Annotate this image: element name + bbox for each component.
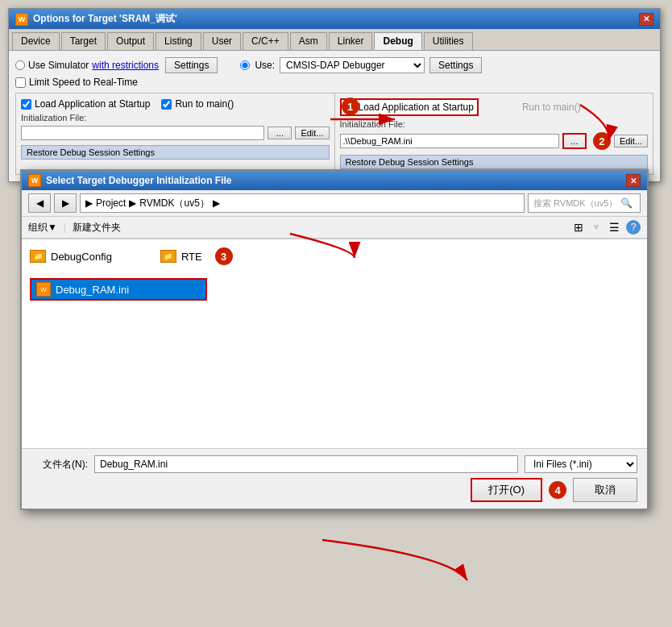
limit-speed-label: Limit Speed to Real-Time [29, 77, 138, 88]
init-file-input-left[interactable] [21, 126, 264, 140]
use-radio[interactable] [240, 60, 250, 70]
tab-cpp[interactable]: C/C++ [243, 32, 288, 50]
filename-input[interactable] [94, 455, 518, 473]
dialog-open-btn[interactable]: 打开(O) [471, 478, 542, 502]
forward-btn[interactable]: ▶ [54, 193, 77, 213]
dialog-title-left: W Select Target Debugger Initialization … [28, 174, 231, 187]
window-title: Options for Target 'SRAM_调试' [33, 12, 177, 26]
init-file-label-left: Initialization File: [21, 113, 330, 122]
tab-asm[interactable]: Asm [290, 32, 327, 50]
debugger-select[interactable]: CMSIS-DAP Debugger [280, 57, 425, 73]
path-sep2: ▶ [213, 197, 220, 209]
filetype-select[interactable]: Ini Files (*.ini) [525, 455, 637, 473]
path-sep: ▶ [129, 197, 136, 209]
new-folder-label[interactable]: 新建文件夹 [73, 221, 121, 235]
organize-label[interactable]: 组织▼ [28, 221, 57, 235]
right-panel: Load Application at Startup 1 Run to mai… [335, 93, 653, 174]
init-file-edit-left[interactable]: Edit... [295, 127, 329, 139]
restore-bar-left: Restore Debug Session Settings [21, 145, 330, 160]
simulator-radio-group: Use Simulator with restrictions [15, 60, 159, 71]
dialog-body: 📁 DebugConfig 📁 RTE 3 W Debug_RAM.ini [22, 239, 647, 448]
view-sep: ▼ [591, 222, 601, 233]
tab-linker[interactable]: Linker [329, 32, 373, 50]
filename-row: 文件名(N): Ini Files (*.ini) [31, 455, 637, 473]
init-file-input-right[interactable] [340, 134, 559, 148]
use-settings-btn[interactable]: Settings [429, 57, 482, 73]
folder-name-rte: RTE [181, 251, 202, 263]
dialog-app-icon: W [28, 174, 41, 187]
tab-utilities[interactable]: Utilities [424, 32, 473, 50]
view-options[interactable]: ⊞ [574, 221, 583, 234]
init-file-row-right: ... 2 Edit... [340, 132, 649, 150]
run-to-main-label-left: Run to main() [175, 98, 234, 110]
use-row: Use: CMSIS-DAP Debugger Settings [240, 57, 482, 73]
file-debug-ram-ini[interactable]: W Debug_RAM.ini [30, 278, 207, 301]
badge-2: 2 [593, 132, 611, 150]
load-app-checkbox-left[interactable] [21, 99, 31, 110]
separator: | [64, 222, 66, 233]
limit-speed-row: Limit Speed to Real-Time [15, 77, 653, 88]
simulator-row: Use Simulator with restrictions Settings… [15, 57, 653, 73]
folder-rte[interactable]: 📁 RTE [160, 250, 202, 263]
load-app-highlighted: Load Application at Startup [340, 98, 479, 116]
limit-speed-checkbox[interactable] [15, 77, 26, 88]
close-button[interactable]: ✕ [639, 13, 653, 26]
load-app-row-left: Load Application at Startup Run to main(… [21, 98, 330, 110]
load-app-row-right: Load Application at Startup 1 Run to mai… [340, 98, 649, 116]
run-to-main-checkbox-left[interactable] [161, 99, 172, 110]
init-file-browse-right[interactable]: ... [562, 133, 587, 149]
dialog-title: Select Target Debugger Initialization Fi… [46, 175, 231, 186]
file-name: Debug_RAM.ini [56, 284, 129, 296]
path-bar[interactable]: ▶ Project ▶ RVMDK（uv5） ▶ [80, 193, 525, 213]
search-bar[interactable]: 搜索 RVMDK（uv5） 🔍 [528, 193, 641, 213]
use-label: Use: [255, 60, 275, 71]
simulator-link[interactable]: with restrictions [92, 60, 159, 71]
badge-1: 1 [342, 98, 359, 115]
init-file-browse-left[interactable]: ... [268, 127, 292, 139]
dialog-toolbar: ◀ ▶ ▶ Project ▶ RVMDK（uv5） ▶ 搜索 RVMDK（uv… [22, 190, 647, 217]
help-icon[interactable]: ? [626, 220, 641, 235]
folder-debugconfig[interactable]: 📁 DebugConfig [30, 250, 112, 263]
tab-device[interactable]: Device [12, 32, 60, 50]
detail-view-icon[interactable]: ☰ [609, 221, 620, 234]
file-icon: W [36, 282, 51, 297]
filename-label: 文件名(N): [31, 458, 88, 471]
folder-icon-debugconfig: 📁 [30, 250, 46, 263]
dialog-title-bar: W Select Target Debugger Initialization … [22, 171, 647, 190]
init-file-label-right: Initialization File: [340, 119, 649, 129]
init-file-edit-right[interactable]: Edit... [614, 135, 648, 147]
left-panel: Load Application at Startup Run to main(… [16, 93, 335, 174]
title-bar-left: W Options for Target 'SRAM_调试' [15, 12, 177, 26]
badge-3: 3 [215, 247, 233, 265]
run-to-main-label-right: Run to main() [522, 102, 581, 113]
app-icon: W [15, 13, 28, 26]
dialog-window: W Select Target Debugger Initialization … [20, 169, 649, 510]
back-btn[interactable]: ◀ [28, 193, 51, 213]
tab-user[interactable]: User [203, 32, 241, 50]
tab-output[interactable]: Output [107, 32, 154, 50]
title-bar: W Options for Target 'SRAM_调试' ✕ [9, 9, 660, 29]
search-placeholder: 搜索 RVMDK（uv5） [533, 197, 617, 210]
path-arrow: ▶ [85, 197, 93, 209]
load-app-label-right: Load Application at Startup [359, 102, 474, 113]
folder-row: 📁 DebugConfig 📁 RTE 3 [30, 247, 639, 265]
simulator-label: Use Simulator [28, 60, 89, 71]
tab-bar: Device Target Output Listing User C/C++ … [9, 29, 660, 51]
tab-debug[interactable]: Debug [374, 32, 421, 50]
folder-name-debugconfig: DebugConfig [51, 251, 112, 263]
path-rvmdk: RVMDK（uv5） [139, 197, 209, 210]
dialog-buttons: 打开(O) 4 取消 [31, 478, 637, 502]
search-icon: 🔍 [620, 197, 633, 209]
tab-target[interactable]: Target [61, 32, 106, 50]
simulator-settings-btn[interactable]: Settings [165, 57, 218, 73]
folder-list: 📁 DebugConfig 📁 RTE [30, 250, 202, 263]
organize-bar: 组织▼ | 新建文件夹 ⊞ ▼ ☰ ? [22, 217, 647, 239]
main-window: W Options for Target 'SRAM_调试' ✕ Device … [8, 8, 661, 182]
path-project: Project [96, 197, 126, 209]
tab-listing[interactable]: Listing [156, 32, 201, 50]
dialog-cancel-btn[interactable]: 取消 [573, 478, 637, 502]
two-panels: Load Application at Startup Run to main(… [15, 93, 653, 175]
dialog-bottom: 文件名(N): Ini Files (*.ini) 打开(O) 4 取消 [22, 448, 647, 509]
dialog-close-btn[interactable]: ✕ [626, 174, 641, 187]
simulator-radio[interactable] [15, 60, 25, 70]
